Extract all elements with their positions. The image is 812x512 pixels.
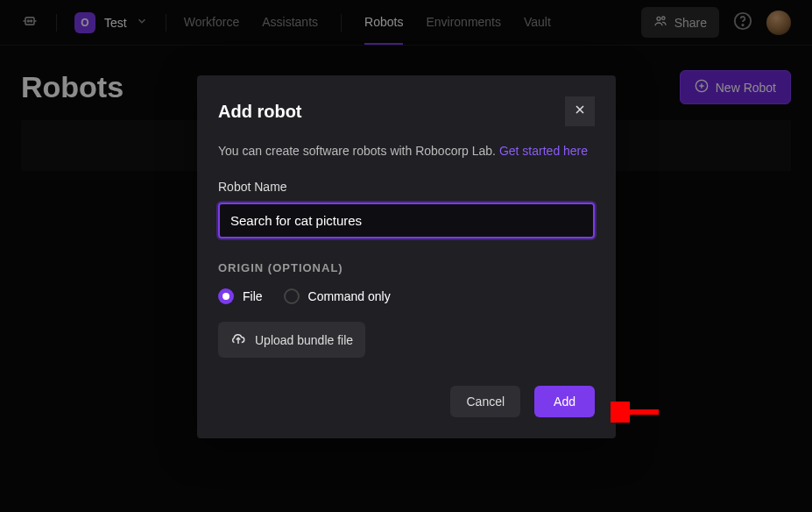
- close-icon: [573, 103, 587, 120]
- radio-checked-icon: [218, 288, 234, 304]
- robot-name-input[interactable]: [218, 203, 595, 238]
- origin-file-label: File: [243, 289, 263, 303]
- robot-name-label: Robot Name: [218, 180, 595, 194]
- intro-text-span: You can create software robots with Robo…: [218, 144, 499, 158]
- add-button[interactable]: Add: [534, 386, 595, 417]
- radio-unchecked-icon: [284, 288, 300, 304]
- add-robot-modal: Add robot You can create software robots…: [197, 75, 616, 438]
- origin-section-label: ORIGIN (OPTIONAL): [218, 261, 595, 274]
- origin-command-label: Command only: [308, 289, 391, 303]
- cancel-button[interactable]: Cancel: [450, 386, 520, 417]
- modal-body: You can create software robots with Robo…: [197, 142, 616, 375]
- origin-command-radio[interactable]: Command only: [284, 288, 391, 304]
- close-button[interactable]: [565, 96, 595, 126]
- origin-radio-group: File Command only: [218, 288, 595, 304]
- modal-footer: Cancel Add: [197, 375, 616, 438]
- intro-text: You can create software robots with Robo…: [218, 142, 595, 160]
- upload-bundle-label: Upload bundle file: [255, 333, 353, 347]
- upload-cloud-icon: [230, 331, 246, 349]
- origin-file-radio[interactable]: File: [218, 288, 263, 304]
- modal-header: Add robot: [197, 75, 616, 142]
- get-started-link[interactable]: Get started here: [499, 144, 588, 158]
- modal-title: Add robot: [218, 102, 302, 122]
- upload-bundle-button[interactable]: Upload bundle file: [218, 322, 365, 358]
